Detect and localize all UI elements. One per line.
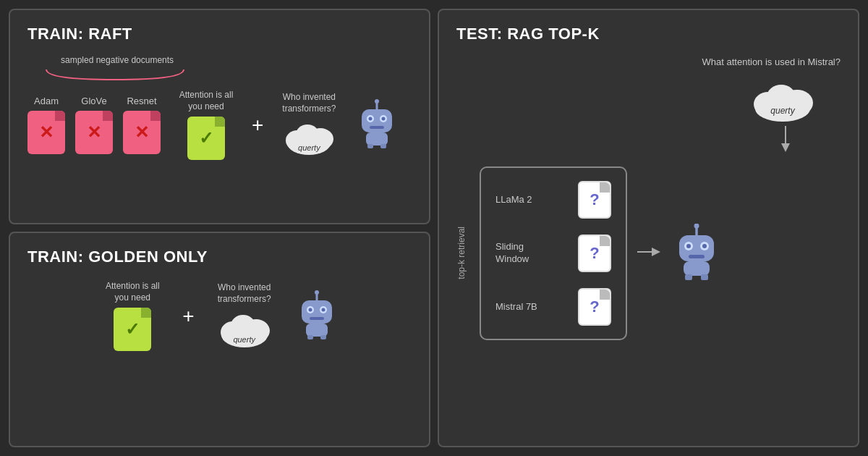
svg-point-40 [315,290,319,295]
rag-doc-sliding-icon: ? [578,235,611,272]
svg-rect-38 [302,300,332,324]
golden-doc-raft: Attention is all you need ✓ [174,90,239,160]
main-container: TRAIN: RAFT sampled negative documents A… [0,0,868,456]
rag-cloud-label: querty [770,106,794,116]
svg-marker-22 [652,248,660,256]
query-cloud-raft: Who invented transformers? querty [276,92,341,158]
query-text-golden: Who invented transformers? [212,282,277,305]
brace-svg [39,68,191,83]
rag-doc-sliding-label: SlidingWindow [495,241,568,266]
robot-rag [671,224,723,283]
svg-point-37 [231,315,255,337]
robot-raft [354,99,399,151]
svg-point-44 [321,308,325,311]
neg-docs-group: Adam ✕ GloVe ✕ Resnet [27,96,161,154]
golden-doc-golden-label: Attention is all you need [100,281,165,303]
robot-golden [294,290,339,342]
svg-rect-30 [689,255,705,258]
test-rag-panel: TEST: RAG TOP-K What attention is used i… [438,9,859,447]
neg-doc-glove-icon: ✕ [75,111,113,154]
golden-doc-golden: Attention is all you need ✓ [100,281,165,351]
svg-rect-4 [362,109,392,132]
svg-rect-11 [370,126,384,129]
rag-query-cloud: querty [746,77,819,123]
golden-doc-raft-icon: ✓ [187,117,225,160]
query-text-raft: Who invented transformers? [276,92,341,114]
svg-rect-47 [307,335,313,339]
svg-point-25 [694,224,699,229]
topk-label: top-k retrieval [456,227,467,279]
rag-doc-mistral-label: Mistral 7B [495,301,568,312]
svg-rect-14 [380,144,386,148]
cloud-label-golden: querty [233,335,255,344]
golden-doc-raft-label: Attention is all you need [174,90,239,112]
svg-point-3 [296,124,319,145]
svg-point-10 [382,117,386,120]
svg-rect-46 [306,324,328,337]
rag-doc-llama-label: LLaMa 2 [495,194,568,205]
svg-rect-31 [684,261,710,276]
svg-rect-32 [685,274,692,280]
train-golden-title: TRAIN: GOLDEN ONLY [27,248,412,266]
svg-rect-13 [367,144,373,148]
svg-point-9 [369,117,373,120]
negative-docs-label: sampled negative documents [61,55,412,65]
svg-point-43 [308,308,312,311]
plus-sign-raft: + [252,114,263,137]
rag-doc-llama-icon: ? [578,181,611,219]
svg-marker-20 [781,143,790,152]
train-raft-panel: TRAIN: RAFT sampled negative documents A… [9,9,430,224]
neg-doc-adam: Adam ✕ [27,96,65,154]
neg-doc-adam-icon: ✕ [27,111,65,154]
rag-doc-mistral: Mistral 7B ? [495,288,611,326]
svg-point-28 [686,244,691,248]
rag-question: What attention is used in Mistral? [702,55,841,69]
neg-doc-resnet-icon: ✕ [123,111,161,154]
test-rag-title: TEST: RAG TOP-K [456,25,841,43]
plus-sign-golden: + [182,305,194,328]
svg-rect-48 [320,335,326,339]
golden-doc-golden-icon: ✓ [114,308,151,351]
rag-doc-llama: LLaMa 2 ? [495,181,611,219]
rag-doc-sliding: SlidingWindow ? [495,235,611,272]
svg-rect-45 [310,317,324,320]
arrow-down [778,126,793,155]
golden-content-row: Attention is all you need ✓ + Who invent… [27,281,412,351]
cloud-label-raft: querty [298,143,320,152]
svg-point-6 [375,99,379,104]
rag-docs-list: LLaMa 2 ? SlidingWindow ? Mistra [480,166,627,340]
neg-doc-resnet: Resnet ✕ [123,96,161,154]
train-raft-title: TRAIN: RAFT [27,25,412,43]
svg-rect-33 [701,274,708,280]
svg-point-29 [702,244,707,248]
query-cloud-golden: Who invented transformers? querty [212,282,277,350]
rag-doc-mistral-icon: ? [578,288,611,326]
neg-doc-glove: GloVe ✕ [75,96,113,154]
svg-rect-12 [366,132,388,145]
train-golden-panel: TRAIN: GOLDEN ONLY Attention is all you … [9,232,430,447]
arrow-right-rag [637,245,660,262]
